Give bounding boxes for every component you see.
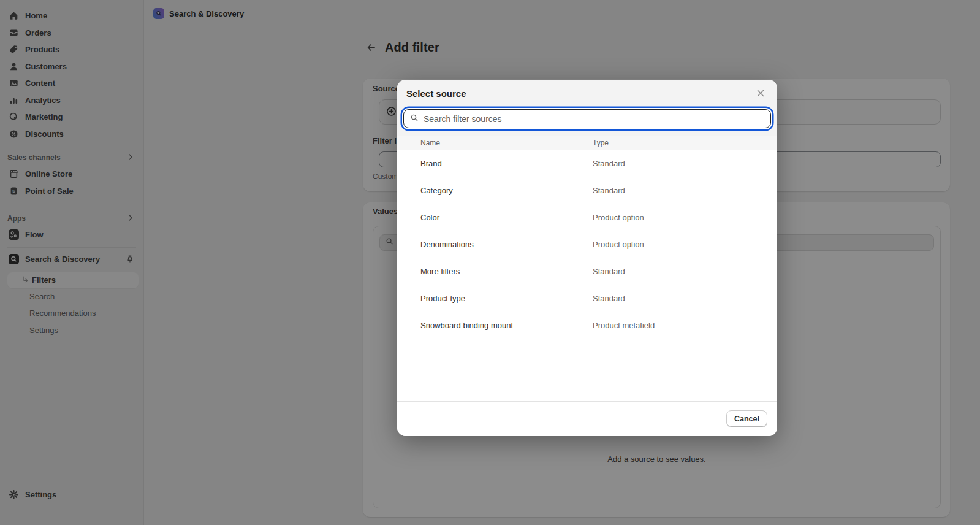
- cancel-button[interactable]: Cancel: [726, 410, 767, 427]
- row-type: Product metafield: [593, 321, 655, 330]
- table-row[interactable]: More filters Standard: [397, 258, 777, 285]
- table-row[interactable]: Denominations Product option: [397, 231, 777, 258]
- table-row[interactable]: Product type Standard: [397, 285, 777, 312]
- row-name: Category: [420, 186, 453, 195]
- modal-search-field[interactable]: [403, 109, 771, 128]
- table-row[interactable]: Brand Standard: [397, 150, 777, 177]
- column-header-name: Name: [397, 139, 440, 147]
- row-name: Brand: [420, 159, 442, 168]
- modal-search-input[interactable]: [424, 114, 770, 124]
- modal-body-spacer: [397, 339, 777, 401]
- table-row[interactable]: Snowboard binding mount Product metafiel…: [397, 312, 777, 339]
- row-name: Product type: [420, 294, 465, 303]
- search-icon: [409, 113, 419, 125]
- row-name: Denominations: [420, 240, 474, 249]
- table-row[interactable]: Color Product option: [397, 204, 777, 231]
- close-icon[interactable]: [753, 85, 769, 101]
- row-type: Product option: [593, 213, 644, 222]
- row-type: Standard: [593, 186, 625, 195]
- row-name: More filters: [420, 267, 460, 276]
- row-name: Snowboard binding mount: [420, 321, 513, 330]
- modal-search-band: [397, 107, 777, 136]
- modal-header: Select source: [397, 80, 777, 107]
- column-header-type: Type: [593, 139, 609, 147]
- row-type: Product option: [593, 240, 644, 249]
- screen: Home Orders Products Customers Content A…: [0, 0, 980, 525]
- row-name: Color: [420, 213, 439, 222]
- modal-footer: Cancel: [397, 401, 777, 436]
- modal-title: Select source: [406, 88, 466, 99]
- select-source-modal: Select source Name Type Brand Standard C…: [397, 80, 777, 436]
- table-header-row: Name Type: [397, 136, 777, 150]
- row-type: Standard: [593, 159, 625, 168]
- row-type: Standard: [593, 267, 625, 276]
- table-row[interactable]: Category Standard: [397, 177, 777, 204]
- row-type: Standard: [593, 294, 625, 303]
